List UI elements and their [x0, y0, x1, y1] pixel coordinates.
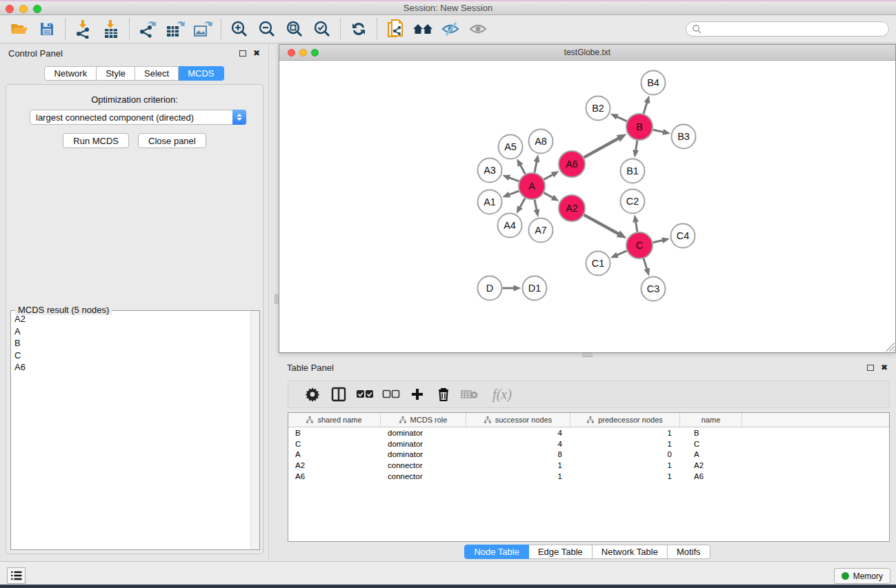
tab-mcds[interactable]: MCDS — [179, 66, 223, 81]
table-cell[interactable]: A — [680, 450, 742, 458]
graph-node-B4[interactable]: B4 — [641, 71, 666, 95]
graph-node-A3[interactable]: A3 — [478, 159, 502, 183]
memory-button[interactable]: Memory — [834, 568, 890, 584]
column-header-name[interactable]: name — [680, 413, 742, 427]
result-scrollbar[interactable] — [250, 311, 259, 549]
network-zoom-button[interactable] — [311, 49, 319, 57]
graph-edge-A-A5[interactable] — [520, 164, 526, 174]
column-header-shared-name[interactable]: shared name — [288, 413, 381, 427]
export-table-button[interactable] — [161, 17, 189, 41]
open-session-button[interactable] — [6, 17, 33, 41]
graph-edge-A-A1[interactable] — [508, 191, 519, 195]
table-cell[interactable]: 1 — [466, 461, 570, 469]
table-row[interactable]: Adominator80A — [288, 449, 889, 460]
save-session-button[interactable] — [33, 17, 61, 41]
close-panel-icon[interactable]: ✖ — [253, 49, 260, 57]
float-panel-icon[interactable] — [239, 50, 246, 57]
table-cell[interactable]: 0 — [570, 450, 680, 458]
graph-node-A1[interactable]: A1 — [478, 190, 502, 214]
graph-edge-A-A3[interactable] — [508, 177, 519, 181]
tab-node-table[interactable]: Node Table — [464, 545, 529, 559]
graph-node-A6[interactable]: A6 — [559, 151, 585, 177]
table-cell[interactable]: A6 — [680, 472, 742, 480]
unselect-all-columns-button[interactable] — [378, 383, 404, 405]
graph-node-C3[interactable]: C3 — [641, 277, 666, 301]
show-columns-button[interactable] — [326, 383, 352, 405]
mcds-result-item[interactable]: A2 — [11, 313, 251, 325]
table-cell[interactable]: A6 — [288, 472, 381, 480]
graph-node-D1[interactable]: D1 — [523, 276, 547, 301]
network-canvas[interactable]: B4B2BB3A5A8A6A3B1AA1C2A2A4A7C4CC1C3DD1 — [279, 61, 895, 352]
float-table-panel-icon[interactable] — [867, 365, 874, 371]
table-cell[interactable]: 1 — [570, 440, 680, 448]
table-cell[interactable]: C — [680, 440, 742, 448]
table-cell[interactable]: 4 — [466, 429, 570, 437]
graph-node-A[interactable]: A — [519, 173, 545, 199]
import-table-button[interactable] — [97, 17, 125, 41]
table-cell[interactable]: A2 — [288, 461, 381, 469]
graph-node-A2[interactable]: A2 — [559, 195, 585, 221]
create-column-button[interactable] — [404, 383, 430, 405]
network-close-button[interactable] — [288, 49, 295, 57]
close-table-panel-icon[interactable]: ✖ — [881, 363, 888, 372]
function-builder-button[interactable]: f(x) — [483, 383, 521, 405]
graph-node-B2[interactable]: B2 — [586, 97, 610, 121]
graph-edge-A-A4[interactable] — [519, 198, 525, 208]
table-row[interactable]: A2connector11A2 — [288, 460, 889, 471]
network-minimize-button[interactable] — [299, 49, 307, 57]
graph-edge-A-A8[interactable] — [535, 161, 537, 172]
tab-select[interactable]: Select — [135, 66, 179, 81]
graph-node-A7[interactable]: A7 — [529, 219, 553, 243]
table-cell[interactable]: 4 — [466, 440, 570, 448]
graph-edge-C-C4[interactable] — [653, 240, 664, 242]
close-panel-button[interactable]: Close panel — [138, 133, 206, 148]
mcds-result-item[interactable]: A6 — [11, 361, 251, 374]
mcds-result-item[interactable]: A — [11, 325, 251, 338]
horizontal-scroll-thumb[interactable] — [582, 353, 593, 357]
minimize-window-button[interactable] — [19, 5, 28, 13]
zoom-fit-button[interactable] — [281, 17, 308, 41]
table-cell[interactable]: A — [288, 450, 381, 458]
zoom-out-button[interactable] — [253, 17, 281, 41]
tab-style[interactable]: Style — [97, 66, 135, 81]
graph-node-A8[interactable]: A8 — [529, 130, 553, 154]
graph-node-B1[interactable]: B1 — [621, 159, 645, 183]
refresh-button[interactable] — [345, 17, 372, 41]
table-row[interactable]: Cdominator41C — [288, 438, 889, 449]
graph-edge-C-C1[interactable] — [616, 251, 626, 256]
graph-node-B3[interactable]: B3 — [672, 125, 696, 149]
search-input[interactable] — [701, 24, 888, 34]
hide-selected-button[interactable] — [437, 17, 464, 41]
delete-columns-button[interactable] — [430, 383, 457, 405]
select-all-columns-button[interactable] — [352, 383, 378, 405]
table-settings-button[interactable] — [299, 383, 326, 405]
table-cell[interactable]: 1 — [466, 472, 570, 480]
delete-table-button[interactable] — [457, 383, 483, 405]
table-row[interactable]: A6connector11A6 — [288, 471, 889, 482]
tab-edge-table[interactable]: Edge Table — [529, 545, 593, 559]
table-cell[interactable]: connector — [381, 472, 466, 480]
graph-edge-A-A6[interactable] — [544, 174, 554, 179]
zoom-window-button[interactable] — [33, 5, 41, 13]
network-window-titlebar[interactable]: testGlobe.txt — [279, 45, 895, 61]
graph-node-C1[interactable]: C1 — [586, 252, 610, 276]
graph-node-B[interactable]: B — [626, 114, 653, 140]
close-window-button[interactable] — [6, 5, 14, 13]
column-header-MCDS-role[interactable]: MCDS role — [381, 413, 466, 427]
column-header-predecessor-nodes[interactable]: predecessor nodes — [570, 413, 680, 427]
table-cell[interactable]: 8 — [466, 450, 570, 458]
export-network-button[interactable] — [134, 17, 161, 41]
graph-node-D[interactable]: D — [478, 276, 502, 301]
graph-edge-C-C2[interactable] — [635, 221, 637, 232]
first-neighbors-button[interactable] — [409, 17, 437, 41]
table-row[interactable]: Bdominator41B — [288, 427, 889, 438]
graph-edge-B-B2[interactable] — [616, 116, 627, 121]
graph-node-C2[interactable]: C2 — [621, 190, 645, 214]
graph-edge-A-A7[interactable] — [535, 200, 537, 211]
run-mcds-button[interactable]: Run MCDS — [63, 133, 129, 148]
panel-menu-button[interactable] — [7, 567, 26, 584]
table-cell[interactable]: dominator — [381, 450, 466, 458]
table-cell[interactable]: 1 — [570, 472, 680, 480]
tab-network[interactable]: Network — [44, 66, 97, 81]
table-cell[interactable]: 1 — [570, 429, 680, 437]
